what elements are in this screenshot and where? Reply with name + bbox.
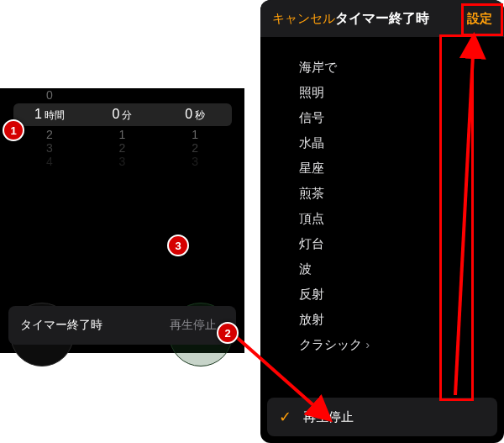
sheet-cancel-button[interactable]: キャンセル	[272, 11, 335, 27]
timer-panel: 0 1時間 0分 0秒 211 322 433 キャンセル	[0, 88, 244, 353]
timer-end-label: タイマー終了時	[20, 318, 102, 333]
arrow-to-stop	[231, 332, 349, 433]
annotation-badge-3: 3	[167, 235, 189, 256]
chevron-right-icon: ›	[362, 337, 370, 351]
svg-line-1	[233, 334, 328, 418]
picker-row-selected[interactable]: 1時間 0分 0秒	[13, 103, 232, 126]
picker-row-prev: 0	[13, 88, 232, 102]
annotation-badge-1: 1	[3, 119, 24, 141]
arrow-to-set	[449, 34, 482, 403]
picker-row-next2: 322	[13, 141, 232, 155]
timer-end-row[interactable]: タイマー終了時 再生停止 ›	[8, 306, 236, 345]
picker-row-next1: 211	[13, 128, 232, 141]
highlight-box-set	[461, 3, 503, 36]
svg-line-3	[455, 39, 474, 395]
annotation-badge-2: 2	[217, 322, 239, 344]
picker-row-next3: 433	[13, 155, 232, 168]
time-picker[interactable]: 0 1時間 0分 0秒 211 322 433	[0, 88, 244, 198]
